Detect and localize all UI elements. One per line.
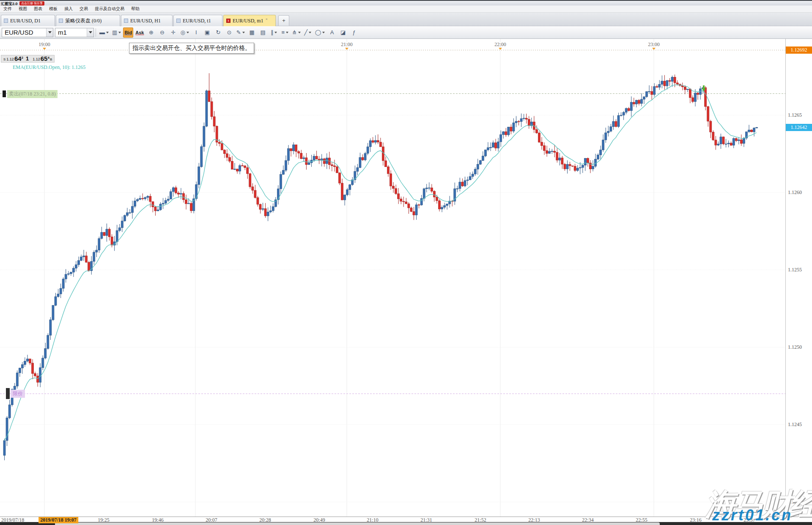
price-tick-label: 1.1260	[788, 189, 802, 196]
symbol-value: EUR/USD	[2, 29, 46, 36]
tab-chart-icon	[4, 19, 8, 23]
tab-label: EUR/USD, t1	[183, 18, 211, 24]
tooltip: 指示卖出交易开仓、买入交易平仓时的价格。	[129, 43, 254, 54]
top-time-label: 19:00	[38, 41, 50, 48]
menu-item-文件[interactable]: 文件	[0, 6, 15, 12]
tab-eur-usd-m1[interactable]: 1EUR/USD, m1×	[223, 15, 276, 26]
sell-prefix: S	[3, 57, 5, 61]
sell-price-sup: 2	[22, 56, 23, 60]
ruler-icon[interactable]: ✎	[235, 27, 246, 38]
tab-eur-usd-t1[interactable]: EUR/USD, t1	[173, 15, 222, 26]
crossed-lines-icon[interactable]: ∥	[269, 27, 279, 38]
tab-chart-icon: 1	[226, 19, 230, 23]
calendar-icon[interactable]: ▤	[258, 27, 268, 38]
ask-button[interactable]: Ask	[134, 27, 145, 38]
timeframe-caret-icon[interactable]	[87, 28, 93, 37]
sell-price-small: 1.12	[6, 57, 14, 61]
ema-indicator-label: EMA(EUR/USD.Open, 10): 1.1265	[13, 64, 85, 71]
top-time-label: 23:00	[648, 41, 659, 48]
hour-tick-icon	[499, 48, 502, 50]
menu-item-模板[interactable]: 模板	[46, 6, 61, 12]
price-tick-label: 1.1255	[788, 267, 802, 273]
indicators-icon[interactable]: ƒ	[349, 27, 359, 38]
tab-chart-icon	[59, 19, 63, 23]
hour-tick-icon	[652, 48, 656, 50]
tab-bar: EUR/USD, D1策略仪表盘 (0/0)EUR/USD, H1EUR/USD…	[0, 13, 812, 26]
limit-order-label[interactable]: 限价	[6, 388, 25, 399]
horizontal-lines-icon[interactable]: ≡	[280, 27, 290, 38]
menu-item-图表[interactable]: 图表	[30, 6, 46, 12]
bid-button[interactable]: Bid	[123, 27, 133, 38]
chart-area[interactable]: 19:0021:0022:0023:00 S 1.12 64 2 1 1.12 …	[0, 39, 812, 517]
toolbar: EUR/USD m1 ▬▥BidAsk⊕⊖✛◎Ι▣↻⊙✎▦▤∥≡⋔╱◯A◪ƒ	[0, 26, 812, 39]
symbol-caret-icon[interactable]	[46, 28, 53, 37]
image-icon[interactable]: ▦	[247, 27, 257, 38]
window-titlebar: 汇图宝2.0 点击注册 领分享	[0, 0, 812, 5]
tab-label: 策略仪表盘 (0/0)	[65, 17, 102, 25]
tab-label: EUR/USD, m1	[233, 18, 263, 24]
globe-icon[interactable]: ⊙	[224, 27, 234, 38]
spread-value: 1	[26, 55, 29, 62]
top-time-label: 21:00	[341, 41, 352, 48]
tab-eur-usd-d1[interactable]: EUR/USD, D1	[1, 15, 55, 26]
tab-chart-icon	[176, 19, 181, 23]
magnifier-icon[interactable]: ◎	[179, 27, 190, 38]
eraser-icon[interactable]: ◪	[338, 27, 348, 38]
menu-item-提示及自动交易[interactable]: 提示及自动交易	[91, 6, 128, 12]
price-tick-label: 1.1250	[788, 344, 802, 350]
bid-ask-quote: S 1.12 64 2 1 1.12 65 4 B	[1, 55, 55, 63]
menu-bar: 文件视图图表模板插入交易提示及自动交易帮助	[0, 5, 812, 13]
menu-item-帮助[interactable]: 帮助	[128, 6, 143, 12]
refresh-icon[interactable]: ↻	[213, 27, 223, 38]
top-time-label: 22:00	[494, 41, 506, 48]
menu-item-插入[interactable]: 插入	[61, 6, 76, 12]
crosshair-icon[interactable]: ✛	[168, 27, 178, 38]
tab--0-0-[interactable]: 策略仪表盘 (0/0)	[56, 15, 120, 26]
bottom-strip	[0, 522, 812, 525]
buy-suffix: B	[50, 57, 52, 61]
tab-close-icon[interactable]: ×	[266, 17, 268, 21]
tab-label: EUR/USD, D1	[10, 18, 41, 24]
buy-price-small: 1.12	[33, 57, 40, 61]
hour-tick-icon	[43, 48, 46, 50]
tab-eur-usd-h1[interactable]: EUR/USD, H1	[121, 15, 173, 26]
menu-item-交易[interactable]: 交易	[76, 6, 91, 12]
position-candle-icon	[3, 90, 6, 97]
selected-time-label: 2019/07/18 19:07	[38, 517, 78, 523]
price-axis[interactable]: 1.12651.12601.12551.12501.12451.12401.12…	[785, 39, 812, 517]
tab-label: EUR/USD, H1	[130, 18, 161, 24]
candlestick-canvas[interactable]	[0, 39, 785, 517]
tab-chart-icon	[124, 19, 128, 23]
toolbar-separator	[96, 28, 96, 37]
window-layout-icon[interactable]: ▣	[202, 27, 212, 38]
chart-type-icon[interactable]: ▥	[111, 27, 122, 38]
trendline-icon[interactable]: ╱	[303, 27, 313, 38]
new-tab-button[interactable]: +	[278, 15, 289, 26]
hour-tick-icon	[345, 48, 348, 50]
sell-price-big: 64	[14, 55, 22, 62]
last-price-badge: 1.12642	[786, 124, 812, 131]
price-tick-label: 1.1265	[788, 112, 802, 118]
symbol-properties-icon[interactable]: ▬	[98, 27, 110, 38]
watermark-url: zzrt01.cn	[712, 506, 793, 524]
symbol-combobox[interactable]: EUR/USD	[2, 28, 53, 37]
promo-badge[interactable]: 点击注册 领分享	[19, 1, 44, 5]
buy-price-big: 65	[41, 55, 48, 62]
sell-position-label[interactable]: 卖出(07/18 23:21, 0.8)	[3, 90, 58, 98]
menu-item-视图[interactable]: 视图	[15, 6, 30, 12]
buy-price-sup: 4	[47, 56, 49, 60]
ellipse-icon[interactable]: ◯	[314, 27, 326, 38]
timeframe-combobox[interactable]: m1	[55, 28, 94, 37]
vertical-cursor-icon[interactable]: Ι	[191, 27, 201, 38]
price-tick-label: 1.1245	[788, 421, 802, 428]
pitchfork-icon[interactable]: ⋔	[291, 27, 302, 38]
limit-candle-icon	[6, 388, 10, 399]
timeframe-value: m1	[55, 29, 87, 36]
zoom-out-icon[interactable]: ⊖	[157, 27, 167, 38]
tool-buttons: ▬▥BidAsk⊕⊖✛◎Ι▣↻⊙✎▦▤∥≡⋔╱◯A◪ƒ	[98, 27, 359, 38]
day-high-badge: 1.12692	[786, 46, 812, 54]
zoom-in-icon[interactable]: ⊕	[146, 27, 156, 38]
time-axis[interactable]: 2019/07/182019/07/18 19:0719:2519:4620:0…	[0, 517, 812, 522]
text-label-icon[interactable]: A	[327, 27, 337, 38]
